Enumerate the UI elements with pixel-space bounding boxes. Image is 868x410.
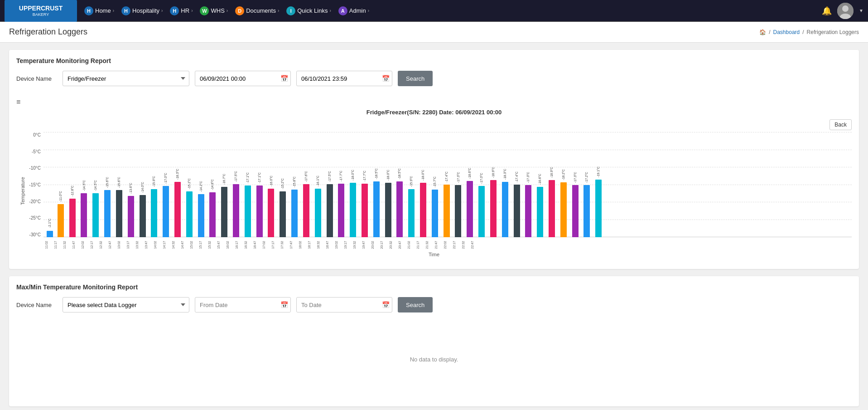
bar xyxy=(174,182,181,237)
bar xyxy=(490,180,497,237)
nav-quicklinks[interactable]: I Quick Links › xyxy=(284,5,334,17)
bar xyxy=(525,185,531,237)
maxmin-search-button[interactable]: Search xyxy=(398,297,433,312)
chevron-icon-7: › xyxy=(368,8,369,13)
maxmin-device-select[interactable]: Please select Data Logger xyxy=(63,297,189,312)
bar-col: -17.1°C xyxy=(254,171,265,237)
bar-col: -15.9°C xyxy=(406,175,417,237)
bar xyxy=(69,199,76,237)
nav-whs[interactable]: W WHS › xyxy=(197,5,231,17)
bar xyxy=(128,196,134,237)
nav-badge-home: H xyxy=(84,6,93,15)
bar xyxy=(315,189,321,237)
bar-col: -17.5°C xyxy=(231,170,241,237)
avatar[interactable] xyxy=(837,3,854,19)
bar xyxy=(233,184,239,237)
nav-documents[interactable]: D Documents › xyxy=(232,5,282,17)
bar-col: -15.7°C xyxy=(429,175,440,237)
bar-col: -18.0°C xyxy=(418,168,429,237)
bar xyxy=(92,193,99,237)
bar-col: -18.5°C xyxy=(394,167,405,237)
temp-monitoring-card: Temperature Monitoring Report Device Nam… xyxy=(9,50,859,269)
temp-from-date-input[interactable] xyxy=(195,71,291,86)
bar xyxy=(221,187,227,237)
bar-col: -18.6°C xyxy=(464,166,475,237)
breadcrumb-home-icon[interactable]: 🏠 xyxy=(759,29,766,35)
nav-badge-hospitality: H xyxy=(121,6,130,15)
bar-col: -15.9°C xyxy=(149,175,159,237)
temp-section-title: Temperature Monitoring Report xyxy=(16,57,852,64)
bar-col: -17.1°C xyxy=(242,171,253,237)
bar-col: -15.8°C xyxy=(289,175,300,237)
bar-col: -14.2°C xyxy=(196,180,207,237)
bar-col: -17.7°C xyxy=(359,169,370,237)
bar xyxy=(280,191,286,237)
chevron-icon-3: › xyxy=(191,8,193,13)
y-axis-label: Temperature xyxy=(16,132,27,250)
maxmin-from-date-input[interactable] xyxy=(195,297,291,312)
bar-col: -17.4°C xyxy=(511,170,522,237)
nav-hospitality[interactable]: H Hospitality › xyxy=(119,5,165,17)
chart-menu-icon[interactable]: ≡ xyxy=(16,98,852,106)
breadcrumb-dashboard[interactable]: Dashboard xyxy=(773,29,800,35)
bar xyxy=(396,181,403,237)
nav-admin[interactable]: A Admin › xyxy=(336,5,372,17)
bar xyxy=(327,184,333,237)
nav-admin-label: Admin xyxy=(349,7,366,14)
bars-scroll[interactable]: -2.1°C-11.0°C-12.8°C-14.5°C-14.5°C-15.6°… xyxy=(43,132,852,250)
bar-col: -15.2°C xyxy=(184,177,195,237)
maxmin-section-title: Max/Min Temperature Monitoring Report xyxy=(16,283,852,291)
top-navigation: UPPERCRUST BAKERY H Home › H Hospitality… xyxy=(0,0,868,22)
maxmin-device-label: Device Name xyxy=(16,302,57,308)
bar xyxy=(47,231,53,237)
nav-documents-label: Documents xyxy=(246,7,276,14)
maxmin-from-date-wrap: 📅 xyxy=(195,297,291,312)
chart-title: Fridge/Freezer(S/N: 2280) Date: 06/09/20… xyxy=(16,109,852,116)
bar-col: -16.7°C xyxy=(219,172,230,237)
maxmin-to-date-input[interactable] xyxy=(296,297,392,312)
maxmin-form-row: Device Name Please select Data Logger 📅 … xyxy=(16,297,852,312)
chevron-icon-6: › xyxy=(329,8,331,13)
bar xyxy=(583,185,590,237)
nav-hr[interactable]: H HR › xyxy=(167,5,195,17)
bar-col: -14.5°C xyxy=(79,179,90,237)
avatar-image xyxy=(837,3,854,19)
bar xyxy=(432,190,438,237)
bar-col: -14.0°C xyxy=(137,181,148,237)
user-dropdown-arrow[interactable]: ▼ xyxy=(859,8,863,13)
bar xyxy=(268,189,274,237)
bar-col: -17.2°C xyxy=(581,171,592,237)
bar-col: -18.5°C xyxy=(371,167,382,237)
page-title: Refrigeration Loggers xyxy=(9,27,87,37)
bar-col: -12.8°C xyxy=(67,184,78,237)
y-label-2: -10°C xyxy=(29,166,41,171)
temp-search-button[interactable]: Search xyxy=(398,71,433,86)
bar-col: -15.6°C xyxy=(114,176,125,237)
chart-area: -2.1°C-11.0°C-12.8°C-14.5°C-14.5°C-15.6°… xyxy=(43,132,852,250)
temp-to-date-input[interactable] xyxy=(296,71,392,86)
nav-right: 🔔 ▼ xyxy=(822,3,863,19)
bar-col: -18.3°C xyxy=(500,167,511,237)
temp-device-select[interactable]: Fridge/Freezer xyxy=(63,71,189,86)
bar-col: -17.0°C xyxy=(476,171,487,237)
breadcrumb: 🏠 / Dashboard / Refrigeration Loggers xyxy=(759,29,859,35)
bar xyxy=(444,185,450,237)
bell-icon[interactable]: 🔔 xyxy=(822,6,832,16)
bar xyxy=(303,184,309,237)
bar-col: -19.1°C xyxy=(593,165,604,237)
bar xyxy=(478,186,485,237)
nav-home[interactable]: H Home › xyxy=(82,5,117,17)
bar-col: -17.3°C xyxy=(523,171,534,237)
temp-form-row: Device Name Fridge/Freezer 📅 📅 Search xyxy=(16,71,852,86)
bar xyxy=(467,181,473,237)
nav-items: H Home › H Hospitality › H HR › W WHS › … xyxy=(82,5,822,17)
bar-col: -18.0°C xyxy=(347,168,358,237)
back-button[interactable]: Back xyxy=(829,119,852,130)
bar-col: -17.6°C xyxy=(301,170,312,237)
bar xyxy=(245,185,251,237)
temp-device-label: Device Name xyxy=(16,75,57,82)
bar xyxy=(373,181,380,237)
nav-hr-label: HR xyxy=(181,7,189,14)
bar xyxy=(116,190,122,237)
nav-quicklinks-label: Quick Links xyxy=(297,7,328,14)
